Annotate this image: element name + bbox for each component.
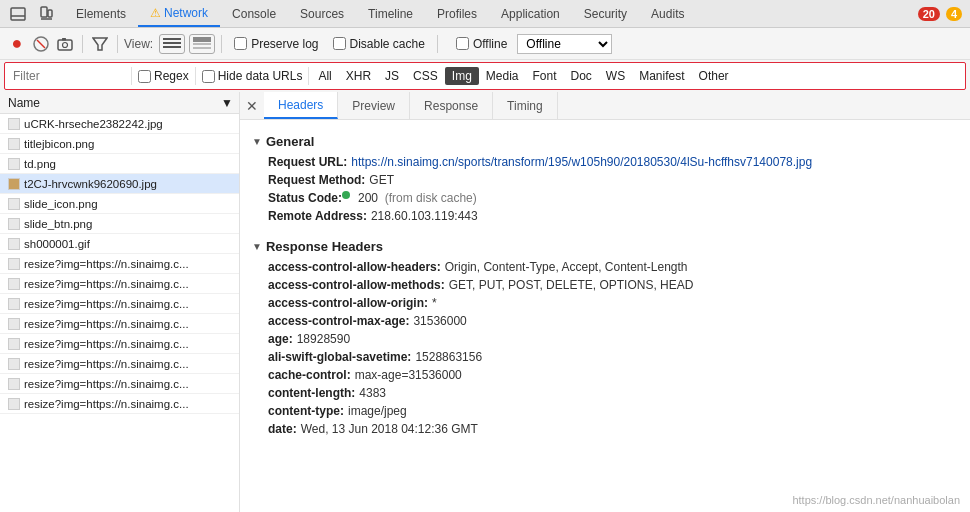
general-triangle[interactable]: ▼ bbox=[252, 136, 262, 147]
file-list-name-header: Name bbox=[0, 94, 215, 112]
file-item[interactable]: resize?img=https://n.sinaimg.c... bbox=[0, 334, 239, 354]
filter-row-divider3 bbox=[308, 67, 309, 85]
file-name: resize?img=https://n.sinaimg.c... bbox=[24, 318, 189, 330]
nav-sources[interactable]: Sources bbox=[288, 0, 356, 27]
hide-data-urls-checkbox[interactable]: Hide data URLs bbox=[198, 69, 307, 83]
view-list[interactable] bbox=[189, 34, 215, 54]
warn-badge: 4 bbox=[946, 7, 962, 21]
nav-profiles[interactable]: Profiles bbox=[425, 0, 489, 27]
filter-manifest[interactable]: Manifest bbox=[632, 67, 691, 85]
preserve-log-checkbox[interactable]: Preserve log bbox=[234, 37, 318, 51]
rh-age: age: 18928590 bbox=[252, 330, 958, 348]
filter-all[interactable]: All bbox=[311, 67, 338, 85]
svg-rect-15 bbox=[193, 43, 211, 45]
nav-elements[interactable]: Elements bbox=[64, 0, 138, 27]
nav-audits[interactable]: Audits bbox=[639, 0, 696, 27]
file-list: Name ▼ uCRK-hrseche2382242.jpg titlejbic… bbox=[0, 92, 240, 512]
file-item[interactable]: resize?img=https://n.sinaimg.c... bbox=[0, 374, 239, 394]
regex-input[interactable] bbox=[138, 70, 151, 83]
filter-input[interactable] bbox=[9, 69, 129, 83]
screenshot-button[interactable] bbox=[54, 33, 76, 55]
filter-row-divider1 bbox=[131, 67, 132, 85]
divider2 bbox=[117, 35, 118, 53]
clear-button[interactable] bbox=[30, 33, 52, 55]
file-item[interactable]: resize?img=https://n.sinaimg.c... bbox=[0, 394, 239, 414]
filter-xhr[interactable]: XHR bbox=[339, 67, 378, 85]
svg-rect-12 bbox=[163, 42, 181, 44]
filter-media[interactable]: Media bbox=[479, 67, 526, 85]
filter-icon bbox=[92, 36, 108, 52]
file-item[interactable]: td.png bbox=[0, 154, 239, 174]
tab-timing[interactable]: Timing bbox=[493, 92, 558, 119]
file-name: slide_icon.png bbox=[24, 198, 98, 210]
file-list-header: Name ▼ bbox=[0, 92, 239, 114]
file-item[interactable]: uCRK-hrseche2382242.jpg bbox=[0, 114, 239, 134]
disable-cache-input[interactable] bbox=[333, 37, 346, 50]
file-item[interactable]: resize?img=https://n.sinaimg.c... bbox=[0, 294, 239, 314]
device-icon[interactable] bbox=[34, 2, 58, 26]
list-icon bbox=[193, 37, 211, 51]
record-button[interactable]: ● bbox=[6, 33, 28, 55]
detail-close-button[interactable]: ✕ bbox=[240, 94, 264, 118]
file-list-body[interactable]: uCRK-hrseche2382242.jpg titlejbicon.png … bbox=[0, 114, 239, 512]
throttle-select[interactable]: No throttlingOfflineSlow 3GFast 3GCustom… bbox=[517, 34, 612, 54]
file-name: resize?img=https://n.sinaimg.c... bbox=[24, 398, 189, 410]
file-img-icon bbox=[8, 378, 20, 390]
nav-console[interactable]: Console bbox=[220, 0, 288, 27]
offline-input[interactable] bbox=[456, 37, 469, 50]
file-item[interactable]: resize?img=https://n.sinaimg.c... bbox=[0, 354, 239, 374]
file-item[interactable]: resize?img=https://n.sinaimg.c... bbox=[0, 274, 239, 294]
filter-js[interactable]: JS bbox=[378, 67, 406, 85]
nav-timeline[interactable]: Timeline bbox=[356, 0, 425, 27]
file-img-icon bbox=[8, 398, 20, 410]
file-item[interactable]: resize?img=https://n.sinaimg.c... bbox=[0, 254, 239, 274]
file-img-icon bbox=[8, 198, 20, 210]
svg-marker-10 bbox=[93, 38, 107, 50]
offline-checkbox[interactable]: Offline bbox=[456, 37, 507, 51]
filter-font[interactable]: Font bbox=[526, 67, 564, 85]
hide-data-urls-input[interactable] bbox=[202, 70, 215, 83]
file-item[interactable]: sh000001.gif bbox=[0, 234, 239, 254]
tab-headers[interactable]: Headers bbox=[264, 92, 338, 119]
filter-img[interactable]: Img bbox=[445, 67, 479, 85]
general-section-title: ▼ General bbox=[252, 128, 958, 153]
waterfall-icon bbox=[163, 37, 181, 51]
file-item[interactable]: titlejbicon.png bbox=[0, 134, 239, 154]
file-item-selected[interactable]: t2CJ-hrvcwnk9620690.jpg bbox=[0, 174, 239, 194]
sort-icon[interactable]: ▼ bbox=[215, 94, 239, 112]
filter-other[interactable]: Other bbox=[692, 67, 736, 85]
nav-application[interactable]: Application bbox=[489, 0, 572, 27]
file-name: sh000001.gif bbox=[24, 238, 90, 250]
file-item[interactable]: resize?img=https://n.sinaimg.c... bbox=[0, 314, 239, 334]
svg-rect-16 bbox=[193, 47, 211, 49]
status-code-row: Status Code: 200 (from disk cache) bbox=[252, 189, 958, 207]
response-headers-triangle[interactable]: ▼ bbox=[252, 241, 262, 252]
nav-network[interactable]: ⚠ Network bbox=[138, 0, 220, 27]
filter-css[interactable]: CSS bbox=[406, 67, 445, 85]
file-img-icon bbox=[8, 158, 20, 170]
svg-rect-11 bbox=[163, 38, 181, 40]
nav-security[interactable]: Security bbox=[572, 0, 639, 27]
filter-button[interactable] bbox=[89, 33, 111, 55]
disable-cache-checkbox[interactable]: Disable cache bbox=[333, 37, 425, 51]
file-img-icon bbox=[8, 258, 20, 270]
rh-allow-methods: access-control-allow-methods: GET, PUT, … bbox=[252, 276, 958, 294]
preserve-log-input[interactable] bbox=[234, 37, 247, 50]
remote-address-row: Remote Address: 218.60.103.119:443 bbox=[252, 207, 958, 225]
svg-rect-2 bbox=[41, 7, 47, 17]
file-item[interactable]: slide_btn.png bbox=[0, 214, 239, 234]
error-badge: 20 bbox=[918, 7, 940, 21]
view-waterfall[interactable] bbox=[159, 34, 185, 54]
file-img-icon bbox=[8, 238, 20, 250]
dock-icon[interactable] bbox=[6, 2, 30, 26]
filter-doc[interactable]: Doc bbox=[564, 67, 599, 85]
regex-checkbox[interactable]: Regex bbox=[134, 69, 193, 83]
tab-response[interactable]: Response bbox=[410, 92, 493, 119]
divider4 bbox=[437, 35, 438, 53]
tab-preview[interactable]: Preview bbox=[338, 92, 410, 119]
file-name: resize?img=https://n.sinaimg.c... bbox=[24, 358, 189, 370]
watermark: https://blog.csdn.net/nanhuaibolan bbox=[792, 494, 960, 506]
filter-ws[interactable]: WS bbox=[599, 67, 632, 85]
rh-cache-control: cache-control: max-age=31536000 bbox=[252, 366, 958, 384]
file-item[interactable]: slide_icon.png bbox=[0, 194, 239, 214]
